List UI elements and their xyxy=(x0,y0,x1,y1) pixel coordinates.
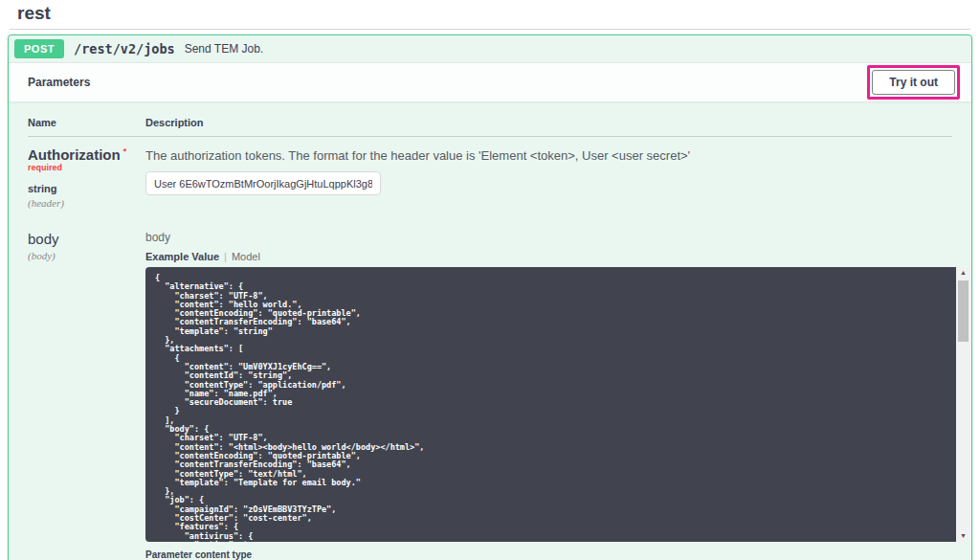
opblock-post-jobs: POST /rest/v2/jobs Send TEM Job. Paramet… xyxy=(8,34,972,560)
authorization-name-cell: Authorization* required string (header) xyxy=(28,146,145,209)
parameters-table-header: Name Description xyxy=(28,117,952,137)
parameters-body: Name Description Authorization* required… xyxy=(9,101,971,560)
parameters-title: Parameters xyxy=(28,76,90,89)
authorization-input[interactable] xyxy=(145,171,381,195)
authorization-param-location: (header) xyxy=(28,197,145,209)
endpoint-description: Send TEM Job. xyxy=(185,42,264,56)
parameter-content-type-label: Parameter content type xyxy=(145,549,952,560)
scroll-up-icon[interactable]: ▲ xyxy=(956,268,970,278)
annotation-highlight-box: Try it out xyxy=(867,65,960,100)
param-row-authorization: Authorization* required string (header) … xyxy=(28,137,952,209)
authorization-description-cell: The authorization tokens. The format for… xyxy=(145,146,952,209)
model-tabs: Example Value|Model xyxy=(145,251,952,262)
column-header-name: Name xyxy=(28,117,145,128)
body-description-cell: body Example Value|Model { "alternative"… xyxy=(145,231,952,560)
authorization-param-type: string xyxy=(28,183,145,194)
scroll-down-icon[interactable]: ▼ xyxy=(956,531,970,541)
try-it-out-button[interactable]: Try it out xyxy=(872,70,955,95)
endpoint-summary[interactable]: POST /rest/v2/jobs Send TEM Job. xyxy=(9,35,971,62)
tag-divider xyxy=(10,29,970,30)
authorization-label: Authorization xyxy=(28,146,121,163)
body-param-location: (body) xyxy=(28,250,145,261)
example-json-code[interactable]: { "alternative": { "charset": "UTF-8", "… xyxy=(145,267,956,542)
authorization-description: The authorization tokens. The format for… xyxy=(145,146,952,163)
tab-example-value[interactable]: Example Value xyxy=(145,251,219,262)
param-row-body: body (body) body Example Value|Model { "… xyxy=(28,221,952,560)
column-header-description: Description xyxy=(145,117,952,128)
endpoint-path: /rest/v2/jobs xyxy=(74,41,175,56)
body-param-name: body xyxy=(28,231,145,247)
authorization-param-name: Authorization* required xyxy=(28,146,145,179)
body-name-cell: body (body) xyxy=(28,231,145,560)
page-title: rest xyxy=(0,0,980,29)
body-description: body xyxy=(145,231,952,244)
parameters-section-header: Parameters Try it out xyxy=(9,62,971,101)
code-scrollbar[interactable]: ▲ ▼ xyxy=(956,267,970,542)
tab-model[interactable]: Model xyxy=(232,251,260,262)
tab-separator: | xyxy=(224,251,227,262)
example-code-block: { "alternative": { "charset": "UTF-8", "… xyxy=(145,267,970,542)
method-badge: POST xyxy=(14,39,64,58)
scrollbar-thumb[interactable] xyxy=(958,280,969,342)
